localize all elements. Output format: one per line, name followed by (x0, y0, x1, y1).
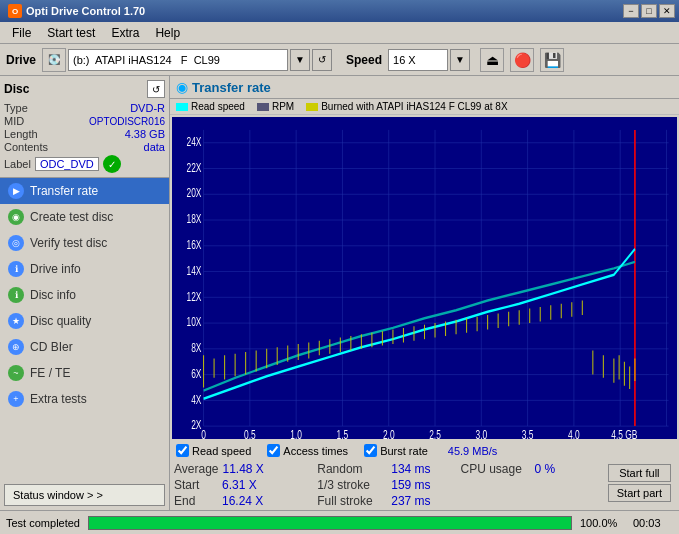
menu-extra[interactable]: Extra (103, 24, 147, 42)
app-icon: O (8, 4, 22, 18)
drive-icon: 💽 (42, 48, 66, 72)
save-button[interactable]: 💾 (540, 48, 564, 72)
svg-text:3.5: 3.5 (522, 427, 534, 439)
status-window-button[interactable]: Status window > > (4, 484, 165, 506)
end-val: 16.24 X (222, 494, 272, 508)
legend-rpm-label: RPM (272, 101, 294, 112)
legend-rpm: RPM (257, 101, 294, 112)
access-times-checkbox[interactable] (267, 444, 280, 457)
disc-mid-row: MID OPTODISCR016 (4, 115, 165, 127)
nav-icon-create-test-disc: ◉ (8, 209, 24, 225)
drive-arrow-button[interactable]: ▼ (290, 49, 310, 71)
svg-text:0: 0 (201, 427, 206, 439)
nav-icon-fe-te: ~ (8, 365, 24, 381)
info-button[interactable]: 🔴 (510, 48, 534, 72)
legend-read-speed-color (176, 103, 188, 111)
speed-dropdown[interactable] (388, 49, 448, 71)
stat-stroke2: Full stroke 237 ms (317, 494, 460, 508)
minimize-button[interactable]: − (623, 4, 639, 18)
disc-type-label: Type (4, 102, 28, 114)
nav-item-fe-te[interactable]: ~FE / TE (0, 360, 169, 386)
nav-item-cd-bler[interactable]: ⊕CD BIer (0, 334, 169, 360)
drive-label: Drive (6, 53, 36, 67)
disc-label-row: Label ODC_DVD ✓ (4, 155, 165, 173)
svg-text:16X: 16X (187, 237, 203, 251)
nav-item-verify-test-disc[interactable]: ◎Verify test disc (0, 230, 169, 256)
legend-read-speed: Read speed (176, 101, 245, 112)
legend-burned: Burned with ATAPI iHAS124 F CL99 at 8X (306, 101, 507, 112)
time-text: 00:03 (633, 517, 673, 529)
nav-item-drive-info[interactable]: ℹDrive info (0, 256, 169, 282)
chart-svg: 24X 22X 20X 18X 16X 14X 12X 10X 8X 6X 4X… (172, 117, 677, 439)
svg-text:1.0: 1.0 (290, 427, 302, 439)
stats-area: Average 11.48 X Start 6.31 X End 16.24 X… (170, 460, 679, 510)
nav-items: ▶Transfer rate◉Create test disc◎Verify t… (0, 178, 169, 412)
nav-icon-extra-tests: + (8, 391, 24, 407)
disc-length-row: Length 4.38 GB (4, 128, 165, 140)
title-bar-left: O Opti Drive Control 1.70 (8, 4, 145, 18)
checkbox-access-times[interactable]: Access times (267, 444, 348, 457)
svg-text:20X: 20X (187, 186, 203, 200)
start-part-button[interactable]: Start part (608, 484, 671, 502)
disc-length-label: Length (4, 128, 38, 140)
cpu-label: CPU usage (461, 462, 531, 476)
cpu-val: 0 % (535, 462, 585, 476)
speed-arrow-button[interactable]: ▼ (450, 49, 470, 71)
chart-header: ◉ Transfer rate (170, 76, 679, 99)
close-button[interactable]: ✕ (659, 4, 675, 18)
progress-text: 100.0% (580, 517, 625, 529)
drive-dropdown[interactable] (68, 49, 288, 71)
svg-text:2.0: 2.0 (383, 427, 395, 439)
end-label: End (174, 494, 218, 508)
disc-title: Disc (4, 82, 29, 96)
status-text: Test completed (6, 517, 80, 529)
start-val: 6.31 X (222, 478, 272, 492)
nav-icon-transfer-rate: ▶ (8, 183, 24, 199)
nav-item-transfer-rate[interactable]: ▶Transfer rate (0, 178, 169, 204)
stat-cpu: CPU usage 0 % (461, 462, 604, 476)
disc-refresh-button[interactable]: ↺ (147, 80, 165, 98)
menu-file[interactable]: File (4, 24, 39, 42)
chart-controls: Read speed Access times Burst rate 45.9 … (170, 441, 679, 460)
sidebar: Disc ↺ Type DVD-R MID OPTODISCR016 Lengt… (0, 76, 170, 510)
stats-col-1: Average 11.48 X Start 6.31 X End 16.24 X (174, 462, 317, 508)
start-full-button[interactable]: Start full (608, 464, 671, 482)
burst-rate-checkbox[interactable] (364, 444, 377, 457)
svg-text:0.5: 0.5 (244, 427, 256, 439)
read-speed-checkbox[interactable] (176, 444, 189, 457)
eject-button[interactable]: ⏏ (480, 48, 504, 72)
average-val: 11.48 X (222, 462, 272, 476)
disc-contents-val: data (144, 141, 165, 153)
nav-item-create-test-disc[interactable]: ◉Create test disc (0, 204, 169, 230)
disc-mid-val: OPTODISCR016 (89, 116, 165, 127)
burst-rate-label: Burst rate (380, 445, 428, 457)
legend-burned-label: Burned with ATAPI iHAS124 F CL99 at 8X (321, 101, 507, 112)
random-label: Random (317, 462, 387, 476)
chart-title: Transfer rate (192, 80, 271, 95)
svg-text:12X: 12X (187, 289, 203, 303)
drive-select: 💽 ▼ ↺ (42, 48, 332, 72)
nav-label-verify-test-disc: Verify test disc (30, 236, 107, 250)
maximize-button[interactable]: □ (641, 4, 657, 18)
disc-label-val: ODC_DVD (35, 157, 99, 171)
menu-help[interactable]: Help (147, 24, 188, 42)
checkbox-burst-rate[interactable]: Burst rate (364, 444, 428, 457)
average-label: Average (174, 462, 218, 476)
nav-item-disc-quality[interactable]: ★Disc quality (0, 308, 169, 334)
disc-label-icon[interactable]: ✓ (103, 155, 121, 173)
drive-refresh-button[interactable]: ↺ (312, 49, 332, 71)
stat-start: Start 6.31 X (174, 478, 317, 492)
nav-item-extra-tests[interactable]: +Extra tests (0, 386, 169, 412)
menu-bar: File Start test Extra Help (0, 22, 679, 44)
speed-select: ▼ (388, 49, 470, 71)
drive-bar: Drive 💽 ▼ ↺ Speed ▼ ⏏ 🔴 💾 (0, 44, 679, 76)
disc-length-val: 4.38 GB (125, 128, 165, 140)
nav-item-disc-info[interactable]: ℹDisc info (0, 282, 169, 308)
disc-label-key: Label (4, 158, 31, 170)
svg-text:8X: 8X (191, 340, 202, 354)
nav-icon-disc-info: ℹ (8, 287, 24, 303)
checkbox-read-speed[interactable]: Read speed (176, 444, 251, 457)
nav-label-fe-te: FE / TE (30, 366, 70, 380)
menu-start-test[interactable]: Start test (39, 24, 103, 42)
svg-text:14X: 14X (187, 263, 203, 277)
